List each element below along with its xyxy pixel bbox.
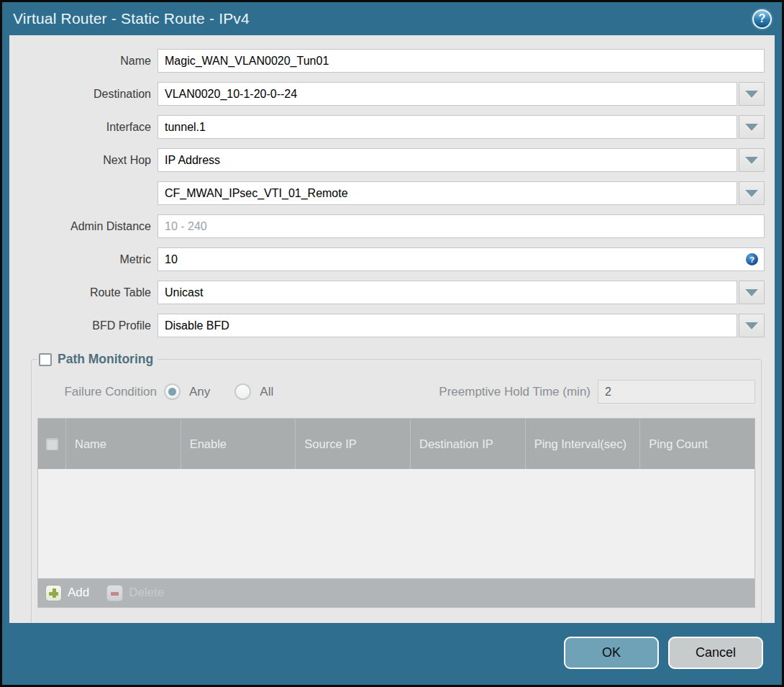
- column-header-enable[interactable]: Enable: [181, 419, 296, 469]
- column-header-ping-interval[interactable]: Ping Interval(sec): [525, 419, 640, 469]
- radio-all-icon[interactable]: [234, 383, 251, 400]
- preemptive-hold-time-label: Preemptive Hold Time (min): [439, 385, 598, 399]
- bfd-profile-input[interactable]: [158, 314, 737, 337]
- add-button-label: Add: [68, 586, 89, 600]
- failure-condition-row: Failure Condition Any All Preemptive Hol…: [37, 380, 755, 404]
- next-hop-row: Next Hop: [19, 148, 765, 172]
- select-all-cell: [38, 419, 65, 469]
- preemptive-hold-time-input[interactable]: [598, 380, 755, 404]
- interface-input[interactable]: [158, 115, 737, 139]
- interface-row: Interface: [19, 115, 765, 139]
- select-all-checkbox[interactable]: [46, 438, 58, 450]
- dialog-title: Virtual Router - Static Route - IPv4: [13, 10, 752, 27]
- delete-button[interactable]: Delete: [106, 585, 164, 601]
- path-monitoring-checkbox[interactable]: [39, 353, 52, 366]
- destination-dropdown-button[interactable]: [739, 82, 765, 106]
- table-body-empty: [38, 469, 755, 578]
- delete-minus-icon: [106, 585, 123, 601]
- radio-any-icon[interactable]: [164, 383, 181, 400]
- route-table-input[interactable]: [158, 281, 737, 304]
- name-input[interactable]: [158, 49, 765, 73]
- destination-row: Destination: [19, 82, 765, 106]
- metric-row: Metric ?: [19, 247, 765, 271]
- path-monitoring-title: Path Monitoring: [58, 352, 153, 367]
- chevron-down-icon: [745, 91, 758, 98]
- bfd-profile-row: BFD Profile: [19, 314, 765, 337]
- column-header-ping-count[interactable]: Ping Count: [639, 419, 755, 469]
- route-table-row: Route Table: [19, 281, 765, 304]
- chevron-down-icon: [745, 124, 758, 131]
- info-icon: ?: [746, 253, 758, 265]
- admin-distance-label: Admin Distance: [19, 220, 158, 233]
- next-hop-address-dropdown-button[interactable]: [739, 181, 765, 205]
- ok-button[interactable]: OK: [564, 637, 659, 669]
- admin-distance-input[interactable]: [158, 214, 765, 238]
- metric-label: Metric: [19, 253, 158, 266]
- add-plus-icon: [45, 585, 62, 601]
- column-header-name[interactable]: Name: [65, 419, 181, 469]
- admin-distance-row: Admin Distance: [19, 214, 765, 238]
- path-monitoring-section: Path Monitoring Failure Condition Any Al…: [31, 352, 762, 623]
- next-hop-label: Next Hop: [19, 154, 158, 167]
- column-header-destination-ip[interactable]: Destination IP: [410, 419, 525, 469]
- help-icon[interactable]: ?: [752, 9, 772, 29]
- next-hop-address-input[interactable]: [158, 181, 737, 205]
- dialog-titlebar: Virtual Router - Static Route - IPv4 ?: [2, 2, 782, 35]
- cancel-button[interactable]: Cancel: [668, 637, 763, 669]
- route-table-dropdown-button[interactable]: [739, 281, 765, 304]
- add-button[interactable]: Add: [45, 585, 89, 601]
- route-table-label: Route Table: [19, 286, 158, 299]
- destination-label: Destination: [19, 88, 158, 101]
- dialog-body: Name Destination Interface Next Hop: [9, 35, 775, 623]
- bfd-profile-dropdown-button[interactable]: [739, 314, 765, 337]
- name-row: Name: [19, 49, 765, 73]
- radio-all-label: All: [260, 385, 273, 399]
- interface-label: Interface: [19, 121, 158, 134]
- metric-input[interactable]: [158, 247, 765, 271]
- destination-input[interactable]: [158, 82, 737, 106]
- chevron-down-icon: [745, 157, 758, 164]
- table-header: Name Enable Source IP Destination IP Pin…: [38, 419, 755, 469]
- chevron-down-icon: [745, 322, 758, 329]
- failure-condition-all[interactable]: All: [234, 383, 273, 400]
- table-toolbar: Add Delete: [38, 578, 755, 607]
- failure-condition-any[interactable]: Any: [164, 383, 210, 400]
- static-route-dialog: Virtual Router - Static Route - IPv4 ? N…: [0, 0, 784, 687]
- chevron-down-icon: [745, 190, 758, 197]
- delete-button-label: Delete: [129, 586, 164, 600]
- chevron-down-icon: [745, 289, 758, 296]
- radio-any-label: Any: [189, 385, 210, 399]
- name-label: Name: [19, 55, 158, 68]
- path-monitoring-legend: Path Monitoring: [37, 352, 158, 367]
- failure-condition-label: Failure Condition: [37, 385, 164, 399]
- interface-dropdown-button[interactable]: [739, 115, 765, 139]
- path-monitoring-table: Name Enable Source IP Destination IP Pin…: [37, 418, 755, 608]
- next-hop-type-dropdown-button[interactable]: [739, 148, 765, 172]
- next-hop-address-row: [19, 181, 765, 205]
- dialog-footer: OK Cancel: [2, 623, 782, 685]
- next-hop-type-input[interactable]: [158, 148, 737, 172]
- column-header-source-ip[interactable]: Source IP: [295, 419, 410, 469]
- bfd-profile-label: BFD Profile: [19, 319, 158, 332]
